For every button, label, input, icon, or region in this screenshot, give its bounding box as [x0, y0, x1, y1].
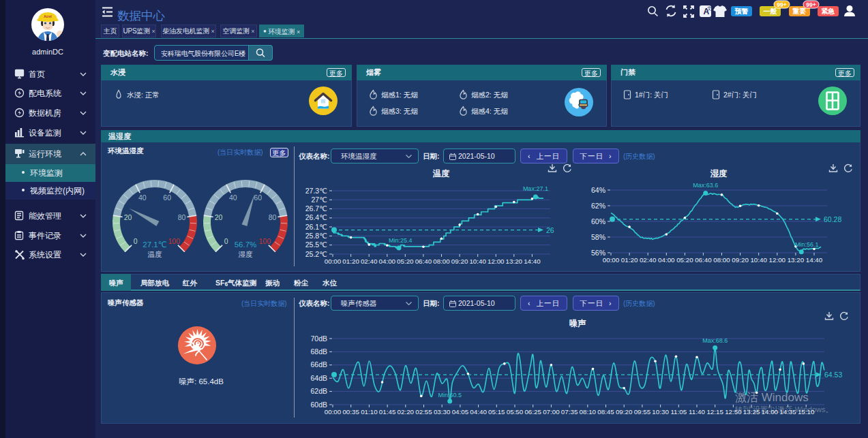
svg-text:99+: 99+ [806, 1, 815, 8]
svg-text:预警: 预警 [734, 7, 749, 15]
svg-text:重要: 重要 [792, 7, 807, 15]
svg-text:紧急: 紧急 [822, 7, 835, 15]
svg-text:一般: 一般 [764, 7, 777, 15]
svg-text:文: 文 [707, 5, 712, 11]
svg-text:Acrel: Acrel [44, 15, 52, 18]
svg-text:99+: 99+ [777, 1, 786, 8]
svg-text:A: A [704, 7, 710, 16]
